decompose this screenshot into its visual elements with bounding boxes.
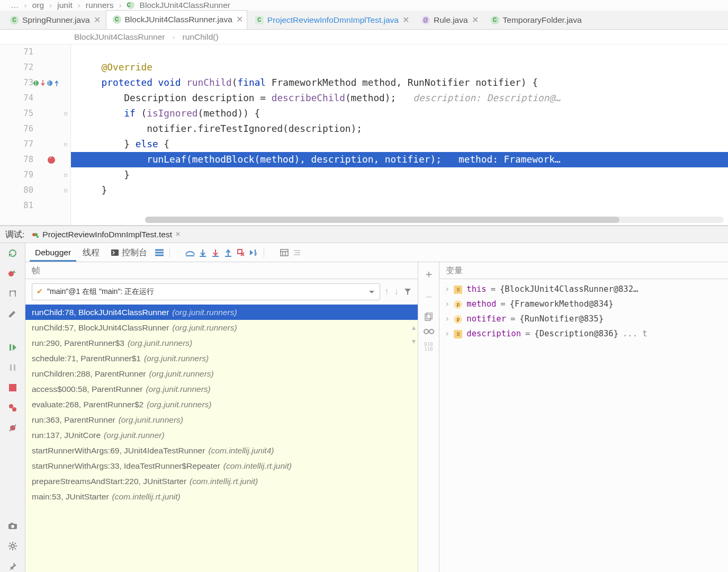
- stack-frame[interactable]: schedule:71, ParentRunner$1 (org.junit.r…: [25, 351, 418, 366]
- stack-frame[interactable]: run:363, ParentRunner (org.junit.runners…: [25, 412, 418, 427]
- trace-icon[interactable]: [291, 247, 303, 258]
- code-line[interactable]: [71, 44, 728, 60]
- line-number[interactable]: 81: [23, 198, 33, 213]
- run-to-cursor-button[interactable]: I: [248, 247, 259, 258]
- close-icon[interactable]: ✕: [94, 14, 98, 26]
- variable-row[interactable]: ›≡description = {Description@836} ... t: [442, 327, 726, 342]
- code-line[interactable]: }: [71, 183, 728, 198]
- crumb-item[interactable]: runners: [86, 0, 114, 11]
- view-bps-button[interactable]: [7, 402, 19, 414]
- evaluate-icon[interactable]: [278, 247, 290, 258]
- resume-button[interactable]: [7, 342, 19, 353]
- drop-frame-button[interactable]: [235, 247, 247, 258]
- stack-frame[interactable]: prepareStreamsAndStart:220, JUnitStarter…: [25, 473, 418, 489]
- line-number[interactable]: 79: [23, 167, 33, 183]
- stop-button[interactable]: [7, 382, 19, 394]
- close-icon[interactable]: ✕: [175, 230, 181, 239]
- debug-session-tab[interactable]: ProjectReviewInfoDmnImplTest.test ✕: [28, 229, 185, 240]
- tab-debugger[interactable]: Debugger: [30, 244, 76, 262]
- add-watch-button[interactable]: ＋: [424, 266, 434, 281]
- stack-frame[interactable]: main:53, JUnitStarter (com.intellij.rt.j…: [25, 489, 418, 504]
- expand-icon[interactable]: ›: [445, 314, 450, 325]
- line-number[interactable]: 75: [23, 106, 33, 121]
- line-number[interactable]: 77: [23, 137, 33, 152]
- tab-threads[interactable]: 线程: [77, 244, 105, 262]
- remove-watch-button[interactable]: －: [423, 289, 435, 305]
- gear-icon[interactable]: [7, 540, 19, 552]
- fold-handle[interactable]: ⊟: [61, 167, 70, 183]
- stack-frame[interactable]: runChild:78, BlockJUnit4ClassRunner (org…: [25, 305, 418, 320]
- expand-icon[interactable]: ›: [445, 284, 450, 296]
- camera-icon[interactable]: [7, 520, 19, 532]
- code-line[interactable]: runLeaf(methodBlock(method), description…: [71, 152, 728, 167]
- glasses-icon[interactable]: [424, 328, 434, 335]
- pin-icon[interactable]: [7, 560, 19, 572]
- close-icon[interactable]: ✕: [472, 14, 476, 26]
- variable-row[interactable]: ›pmethod = {FrameworkMethod@834}: [442, 297, 726, 312]
- close-icon[interactable]: ✕: [402, 14, 407, 26]
- binary-icon[interactable]: 010110: [424, 342, 433, 352]
- scroll-up-icon[interactable]: ▴: [412, 323, 416, 333]
- code-line[interactable]: Description description = describeChild(…: [71, 91, 728, 106]
- force-step-into-button[interactable]: [210, 247, 221, 258]
- file-tab[interactable]: CBlockJUnit4ClassRunner.java✕: [106, 10, 247, 29]
- filter-icon[interactable]: [404, 288, 411, 296]
- frame-list[interactable]: ▴ ▾ runChild:78, BlockJUnit4ClassRunner …: [25, 305, 418, 572]
- tab-console[interactable]: 控制台: [106, 244, 152, 262]
- fold-handle[interactable]: ⊟: [61, 183, 70, 198]
- file-tab[interactable]: CTemporaryFolder.java: [484, 10, 589, 29]
- file-tab[interactable]: CProjectReviewInfoDmnImplTest.java✕: [248, 10, 414, 29]
- step-into-button[interactable]: [197, 247, 209, 258]
- line-number[interactable]: 71: [23, 44, 33, 60]
- crumb-method[interactable]: runChild(): [183, 31, 219, 43]
- h-scrollbar[interactable]: [145, 217, 724, 223]
- variable-row[interactable]: ›pnotifier = {RunNotifier@835}: [442, 312, 726, 327]
- code-line[interactable]: }: [71, 167, 728, 183]
- code-line[interactable]: } else {: [71, 137, 728, 152]
- update-button[interactable]: [7, 288, 19, 299]
- crumb-class[interactable]: BlockJUnit4ClassRunner: [74, 31, 165, 43]
- breakpoint-icon[interactable]: [48, 152, 55, 167]
- file-tab[interactable]: @Rule.java✕: [415, 10, 483, 29]
- file-tab[interactable]: CSpringRunner.java✕: [3, 10, 105, 29]
- variable-row[interactable]: ›≡this = {BlockJUnit4ClassRunner@832…: [442, 282, 726, 297]
- code-line[interactable]: @Override: [71, 60, 728, 75]
- line-number[interactable]: 72: [23, 60, 33, 75]
- crumb-item[interactable]: org: [32, 0, 44, 11]
- line-number[interactable]: 74: [23, 91, 33, 106]
- stack-frame[interactable]: startRunnerWithArgs:69, JUnit4IdeaTestRu…: [25, 443, 418, 458]
- close-icon[interactable]: ✕: [236, 14, 240, 25]
- fold-handle[interactable]: ⊟: [61, 137, 70, 152]
- line-number[interactable]: 76: [23, 121, 33, 137]
- stack-frame[interactable]: runChildren:288, ParentRunner (org.junit…: [25, 366, 418, 381]
- toggle-bp-button[interactable]: [7, 267, 19, 279]
- next-frame-button[interactable]: ↓: [394, 285, 399, 298]
- thread-selector[interactable]: ✔ "main"@1 在组 "main": 正在运行: [32, 283, 380, 300]
- line-number[interactable]: 78: [23, 152, 33, 167]
- stack-frame[interactable]: evaluate:268, ParentRunner$2 (org.junit.…: [25, 397, 418, 412]
- line-number[interactable]: 80: [23, 183, 33, 198]
- editor-code[interactable]: @Override protected void runChild(final …: [71, 44, 728, 225]
- settings-icon[interactable]: [7, 308, 19, 319]
- code-line[interactable]: protected void runChild(final FrameworkM…: [71, 75, 728, 91]
- line-number[interactable]: 73: [23, 75, 33, 91]
- pause-button[interactable]: [7, 362, 19, 373]
- prev-frame-button[interactable]: ↑: [384, 285, 389, 298]
- h-scrollbar-thumb[interactable]: [145, 217, 619, 223]
- stack-frame[interactable]: startRunnerWithArgs:33, IdeaTestRunner$R…: [25, 458, 418, 473]
- step-over-button[interactable]: [184, 247, 196, 258]
- override-icon[interactable]: IO: [33, 75, 59, 91]
- copy-icon[interactable]: [425, 312, 433, 321]
- editor-gutter[interactable]: 717273IO7475⊟7677⊟7879⊟80⊟81: [0, 44, 71, 225]
- scroll-down-icon[interactable]: ▾: [412, 336, 416, 347]
- code-line[interactable]: if (isIgnored(method)) {: [71, 106, 728, 121]
- crumb-item[interactable]: junit: [57, 0, 72, 11]
- crumb-item[interactable]: BlockJUnit4ClassRunner: [140, 0, 230, 11]
- stack-frame[interactable]: access$000:58, ParentRunner (org.junit.r…: [25, 381, 418, 397]
- mute-bps-button[interactable]: [7, 422, 19, 434]
- stack-frame[interactable]: run:137, JUnitCore (org.junit.runner): [25, 427, 418, 443]
- layout-icon[interactable]: [154, 247, 165, 258]
- code-line[interactable]: notifier.fireTestIgnored(description);: [71, 121, 728, 137]
- fold-handle[interactable]: ⊟: [61, 106, 70, 121]
- expand-icon[interactable]: ›: [445, 299, 450, 310]
